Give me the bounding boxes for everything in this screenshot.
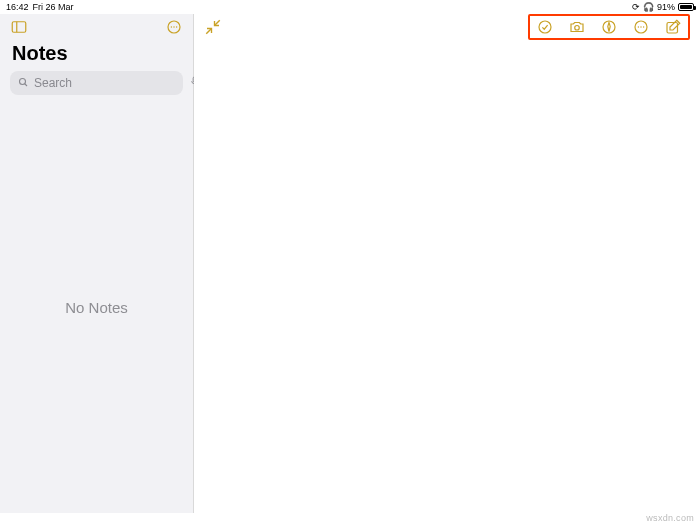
svg-point-17	[640, 26, 641, 27]
watermark: wsxdn.com	[646, 513, 694, 523]
camera-icon[interactable]	[568, 18, 586, 36]
empty-state: No Notes	[0, 101, 193, 513]
search-input[interactable]	[34, 76, 184, 90]
svg-point-5	[176, 26, 177, 27]
sidebar: Notes No Notes	[0, 14, 194, 513]
main-row: Notes No Notes	[0, 14, 700, 513]
status-right: ⟳ 🎧 91%	[632, 2, 694, 12]
svg-point-3	[171, 26, 172, 27]
sync-icon: ⟳	[632, 3, 640, 12]
headphones-icon: 🎧	[643, 3, 654, 12]
more-circle-icon[interactable]	[632, 18, 650, 36]
svg-point-13	[575, 26, 580, 31]
svg-point-18	[643, 26, 644, 27]
svg-point-4	[173, 26, 174, 27]
svg-line-11	[206, 29, 211, 34]
svg-point-6	[20, 79, 26, 85]
compose-icon[interactable]	[664, 18, 682, 36]
toolbar-highlight-box	[528, 14, 690, 40]
svg-rect-0	[12, 22, 26, 33]
svg-line-10	[215, 20, 220, 25]
battery-percent: 91%	[657, 2, 675, 12]
ellipsis-circle-icon[interactable]	[165, 18, 183, 36]
checklist-icon[interactable]	[536, 18, 554, 36]
status-time: 16:42	[6, 2, 29, 12]
status-date: Fri 26 Mar	[33, 2, 74, 12]
markup-pen-icon[interactable]	[600, 18, 618, 36]
page-title: Notes	[0, 40, 193, 71]
search-icon	[17, 74, 29, 92]
svg-point-12	[539, 21, 551, 33]
collapse-arrows-icon[interactable]	[204, 18, 222, 36]
status-bar: 16:42 Fri 26 Mar ⟳ 🎧 91%	[0, 0, 700, 14]
sidebar-toggle-icon[interactable]	[10, 18, 28, 36]
note-content-area	[194, 14, 700, 513]
sidebar-toolbar	[0, 14, 193, 40]
battery-icon	[678, 3, 694, 11]
device-frame: 16:42 Fri 26 Mar ⟳ 🎧 91%	[0, 0, 700, 525]
status-left: 16:42 Fri 26 Mar	[6, 2, 74, 12]
svg-line-7	[25, 84, 27, 86]
search-field[interactable]	[10, 71, 183, 95]
content-toolbar	[194, 14, 700, 40]
svg-point-16	[638, 26, 639, 27]
